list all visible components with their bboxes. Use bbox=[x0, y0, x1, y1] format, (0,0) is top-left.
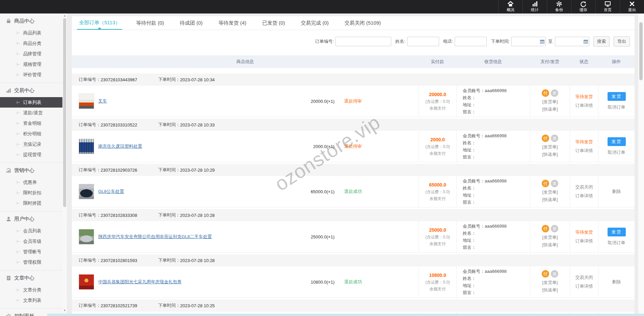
express-link[interactable]: [快递单] bbox=[542, 196, 558, 203]
order-time-label: 下单时间： bbox=[158, 122, 180, 128]
scroll-down-arrow[interactable]: ▼ bbox=[62, 309, 67, 312]
home-icon bbox=[507, 1, 514, 7]
tree-branch-icon: ⊢ bbox=[17, 152, 20, 157]
order-no-value: 230728103443967 bbox=[101, 77, 137, 82]
topbar-item-logout[interactable]: 退出 bbox=[620, 0, 644, 13]
sidebar-item[interactable]: ⊢退款/退货 bbox=[0, 108, 62, 118]
pay-ship-cell: 付 发 [发货单] [快递单] bbox=[530, 266, 570, 297]
shipped-badge: 发 bbox=[551, 225, 558, 232]
secondary-action-link[interactable]: 取消订单 bbox=[608, 104, 625, 110]
invoice-link[interactable]: [发货单] bbox=[542, 234, 558, 241]
sidebar-section-header[interactable]: 营销中心 bbox=[0, 164, 62, 177]
sidebar-item[interactable]: ⊢订单列表 bbox=[0, 97, 62, 108]
pay-method: 余额支付 bbox=[430, 286, 446, 292]
sidebar-scrollbar-thumb[interactable] bbox=[63, 18, 66, 207]
invoice-link[interactable]: [发货单] bbox=[542, 143, 558, 151]
product-cell: 中国兵器集团阳光七采九周年庆现金礼包券 10800.0(×1) 退款成功 bbox=[72, 266, 419, 297]
order-no-input[interactable] bbox=[336, 37, 391, 46]
scroll-up-arrow[interactable]: ▲ bbox=[62, 14, 67, 17]
sidebar-item[interactable]: ⊢会员等级 bbox=[0, 236, 62, 247]
status-cell: 等待发货 订单详情 bbox=[570, 221, 598, 252]
sidebar-divider bbox=[0, 163, 62, 163]
order-detail-link[interactable]: 订单详情 bbox=[575, 192, 593, 200]
sidebar-item[interactable]: ⊢商品列表 bbox=[0, 28, 62, 38]
sidebar-item[interactable]: ⊢商品分类 bbox=[0, 38, 62, 49]
sidebar-item[interactable]: ⊢提现管理 bbox=[0, 149, 62, 160]
sidebar-item[interactable]: ⊢规格管理 bbox=[0, 59, 62, 69]
search-button[interactable]: 搜索 bbox=[593, 36, 610, 47]
export-button[interactable]: 导出 bbox=[614, 36, 630, 47]
product-price: 20000.0(×1) bbox=[287, 99, 334, 104]
receiver-address: 地址： bbox=[463, 192, 476, 199]
sidebar-item-label: 限时拼团 bbox=[23, 200, 41, 206]
main-scrollbar-thumb[interactable] bbox=[639, 22, 643, 80]
name-input[interactable] bbox=[407, 37, 439, 46]
phone-input[interactable] bbox=[455, 37, 487, 46]
product-link[interactable]: 叉车 bbox=[98, 98, 287, 104]
sidebar-item[interactable]: ⊢管理帐号 bbox=[0, 247, 62, 257]
order-tab[interactable]: 已发货 (0) bbox=[260, 16, 287, 30]
secondary-action-link[interactable]: 取消订单 bbox=[608, 240, 625, 246]
secondary-action-link[interactable]: 删除 bbox=[612, 279, 621, 285]
sidebar-section-header[interactable]: 交易中心 bbox=[0, 84, 62, 97]
express-link[interactable]: [快递单] bbox=[542, 106, 558, 113]
sidebar-item[interactable]: ⊢资金明细 bbox=[0, 118, 62, 128]
product-link[interactable]: GL8公车处置 bbox=[98, 189, 287, 195]
calendar-icon[interactable] bbox=[540, 39, 544, 45]
express-link[interactable]: [快递单] bbox=[542, 286, 558, 294]
sidebar-item[interactable]: ⊢积分明细 bbox=[0, 128, 62, 139]
sidebar-item[interactable]: ⊢评价管理 bbox=[0, 69, 62, 80]
invoice-link[interactable]: [发货单] bbox=[542, 98, 558, 106]
ship-button[interactable]: 发货 bbox=[608, 228, 626, 236]
order-tab[interactable]: 交易关闭 (5109) bbox=[343, 16, 383, 30]
sidebar-item[interactable]: ⊢管理权限 bbox=[0, 257, 62, 267]
order-detail-link[interactable]: 订单详情 bbox=[575, 282, 593, 291]
topbar-item-stats[interactable]: 统计 bbox=[522, 0, 547, 13]
order-detail-link[interactable]: 订单详情 bbox=[575, 237, 593, 246]
order-tab[interactable]: 待成团 (0) bbox=[178, 16, 205, 30]
sidebar-section-label: 文章中心 bbox=[14, 275, 34, 281]
order-detail-link[interactable]: 订单详情 bbox=[575, 146, 593, 155]
ship-button[interactable]: 发货 bbox=[608, 137, 626, 146]
topbar-item-backup[interactable]: 备份 bbox=[547, 0, 571, 13]
order-time-value: 2023-07-28 10:28 bbox=[180, 213, 215, 218]
topbar-item-homepage[interactable]: 首页 bbox=[595, 0, 620, 13]
express-link[interactable]: [快递单] bbox=[542, 151, 558, 158]
order-detail-link[interactable]: 订单详情 bbox=[575, 101, 593, 110]
sidebar-item[interactable]: ⊢文章列表 bbox=[0, 295, 62, 306]
sidebar-section-header[interactable]: 用户中心 bbox=[0, 212, 62, 226]
sidebar-section-header[interactable]: 商品中心 bbox=[0, 14, 62, 28]
sidebar-section-header[interactable]: 文章中心 bbox=[0, 271, 62, 285]
secondary-action-link[interactable]: 删除 bbox=[612, 189, 621, 195]
order-header: 订单编号： 230728102801593 下单时间： 2023-07-28 1… bbox=[72, 254, 635, 266]
order-tab[interactable]: 等待付款 (0) bbox=[134, 16, 166, 30]
sidebar-item[interactable]: ⊢充值记录 bbox=[0, 139, 62, 149]
sidebar-divider bbox=[0, 83, 62, 83]
order-tab[interactable]: 交易完成 (0) bbox=[299, 16, 331, 30]
product-image bbox=[79, 274, 94, 290]
sidebar-item-label: 资金明细 bbox=[23, 120, 41, 126]
sidebar-item[interactable]: ⊢会员列表 bbox=[0, 226, 62, 236]
invoice-link[interactable]: [发货单] bbox=[542, 189, 558, 196]
topbar-item-cache[interactable]: 缓存 bbox=[571, 0, 595, 13]
product-link[interactable]: 南京住久废旧塑料处置 bbox=[98, 143, 287, 149]
sidebar-scrollbar[interactable]: ▲ ▼ bbox=[62, 13, 67, 316]
product-link[interactable]: 陕西庆华汽车安全有限公司自用非营运别克GL8二手车处置 bbox=[98, 234, 287, 240]
invoice-link[interactable]: [发货单] bbox=[542, 279, 558, 286]
sidebar-item[interactable]: ⊢优惠券 bbox=[0, 177, 62, 188]
secondary-action-link[interactable]: 取消订单 bbox=[608, 149, 625, 155]
order-tab[interactable]: 等待发货 (4) bbox=[216, 16, 248, 30]
sidebar-item-label: 会员列表 bbox=[23, 228, 41, 234]
sidebar-item[interactable]: ⊢限时拼团 bbox=[0, 198, 62, 208]
express-link[interactable]: [快递单] bbox=[542, 241, 558, 249]
topbar-item-overview[interactable]: 概况 bbox=[498, 0, 522, 13]
ship-button[interactable]: 发货 bbox=[608, 92, 626, 101]
calendar-icon[interactable] bbox=[584, 39, 588, 45]
order-tab[interactable]: 全部订单（5113） bbox=[77, 16, 122, 30]
product-link[interactable]: 中国兵器集团阳光七采九周年庆现金礼包券 bbox=[98, 279, 287, 285]
main-scrollbar[interactable] bbox=[638, 14, 644, 316]
sidebar-item[interactable]: ⊢文章分类 bbox=[0, 285, 62, 295]
horizontal-scrollbar[interactable] bbox=[47, 314, 644, 316]
sidebar-item[interactable]: ⊢品牌管理 bbox=[0, 49, 62, 59]
sidebar-item[interactable]: ⊢限时折扣 bbox=[0, 188, 62, 198]
